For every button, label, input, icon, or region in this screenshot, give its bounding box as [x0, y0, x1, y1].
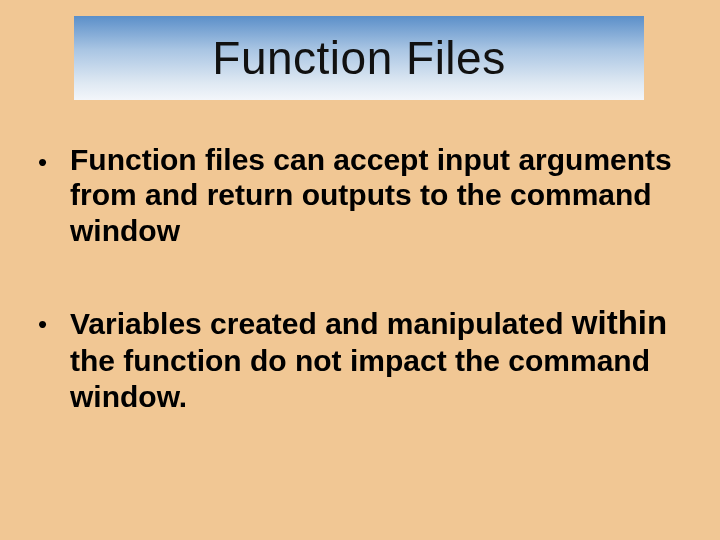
bullet-item: • Variables created and manipulated with…	[38, 304, 682, 414]
bullet-item: • Function files can accept input argume…	[38, 142, 682, 248]
bullet-marker: •	[38, 142, 70, 177]
bullet-text-prefix: Variables created and manipulated	[70, 307, 572, 340]
bullet-list: • Function files can accept input argume…	[38, 142, 682, 470]
bullet-text: Function files can accept input argument…	[70, 142, 682, 248]
bullet-marker: •	[38, 304, 70, 339]
bullet-text: Variables created and manipulated within…	[70, 304, 682, 414]
bullet-text-suffix: the function do not impact the command w…	[70, 344, 650, 412]
title-bar: Function Files	[74, 16, 644, 100]
bullet-text-emph: within	[572, 304, 667, 341]
slide-title: Function Files	[212, 31, 505, 85]
